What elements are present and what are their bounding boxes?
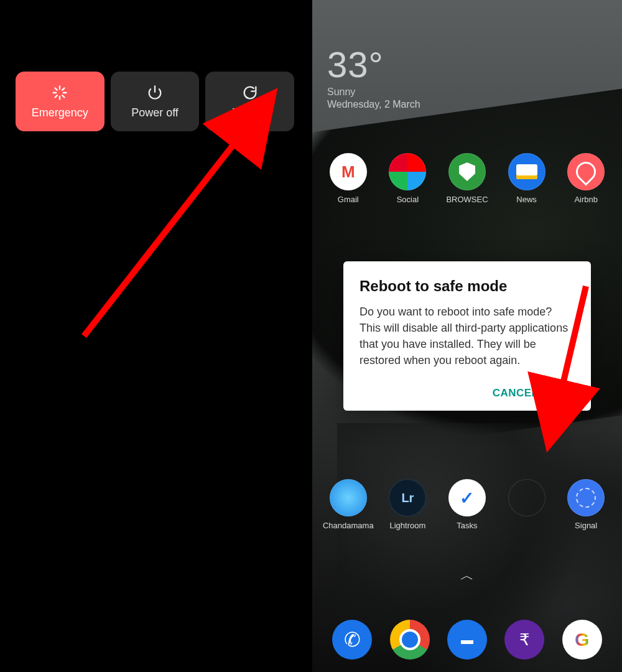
weather-widget[interactable]: 33° Sunny Wednesday, 2 March: [327, 44, 420, 110]
app-airbnb[interactable]: Airbnb: [558, 153, 614, 205]
temperature-label: 33°: [327, 44, 420, 85]
tasks-icon: [448, 479, 486, 516]
news-icon: [508, 153, 545, 190]
app-social[interactable]: Social: [379, 153, 435, 205]
app-label: Lightroom: [389, 521, 425, 531]
app-label: Airbnb: [574, 195, 598, 205]
app-news[interactable]: News: [499, 153, 555, 205]
app-tasks[interactable]: Tasks: [439, 479, 495, 531]
app-label: BROWSEC: [446, 195, 488, 205]
airbnb-icon: [567, 153, 605, 190]
emergency-icon: [51, 84, 68, 101]
app-lightroom[interactable]: Lightroom: [379, 479, 435, 531]
restart-label: Restart: [232, 106, 268, 119]
restart-icon: [241, 84, 259, 101]
dock-messages[interactable]: [447, 620, 487, 660]
app-row-2: Chandamama Lightroom Tasks Signal: [312, 479, 622, 531]
lightroom-icon: [389, 479, 426, 516]
browsec-icon: [448, 153, 486, 190]
emergency-button[interactable]: Emergency: [16, 72, 104, 131]
condition-label: Sunny: [327, 86, 420, 98]
safe-mode-dialog: Reboot to safe mode Do you want to reboo…: [343, 261, 591, 411]
signal-icon: [567, 479, 605, 516]
cancel-button[interactable]: CANCEL: [493, 387, 539, 399]
home-screen: 33° Sunny Wednesday, 2 March Gmail Socia…: [312, 0, 622, 672]
restart-button[interactable]: Restart: [205, 72, 294, 131]
app-row-1: Gmail Social BROWSEC News Airbnb: [312, 153, 622, 205]
app-label: Tasks: [457, 521, 477, 531]
dock-phonepe[interactable]: [504, 620, 544, 660]
emergency-label: Emergency: [32, 106, 88, 119]
dock-phone[interactable]: [332, 620, 372, 660]
chandamama-icon: [330, 479, 367, 516]
app-label: Social: [397, 195, 419, 205]
app-label: News: [516, 195, 537, 205]
date-label: Wednesday, 2 March: [327, 99, 420, 110]
app-browsec[interactable]: BROWSEC: [439, 153, 495, 205]
app-signal[interactable]: Signal: [558, 479, 614, 531]
svg-line-0: [84, 137, 239, 336]
dialog-actions: CANCEL OK: [360, 387, 575, 399]
app-label: Chandamama: [323, 521, 374, 531]
app-chandamama[interactable]: Chandamama: [320, 479, 376, 531]
app-drawer-handle[interactable]: ︿: [460, 566, 474, 585]
app-gmail[interactable]: Gmail: [320, 153, 376, 205]
blank-icon: [508, 479, 545, 516]
dock-chrome[interactable]: [390, 620, 430, 660]
ok-button[interactable]: OK: [559, 387, 575, 399]
dock: [312, 620, 622, 660]
poweroff-label: Power off: [131, 106, 179, 119]
app-label: Gmail: [338, 195, 359, 205]
gmail-icon: [330, 153, 367, 190]
app-label: Signal: [575, 521, 597, 531]
power-menu-screen: Emergency Power off Restart: [0, 0, 310, 672]
social-folder-icon: [389, 153, 426, 190]
app-empty: [499, 479, 555, 531]
poweroff-button[interactable]: Power off: [111, 72, 200, 131]
dialog-body: Do you want to reboot into safe mode? Th…: [360, 304, 575, 368]
dock-google[interactable]: [562, 620, 602, 660]
dialog-title: Reboot to safe mode: [360, 278, 575, 295]
power-button-row: Emergency Power off Restart: [0, 0, 310, 131]
power-icon: [146, 84, 164, 101]
